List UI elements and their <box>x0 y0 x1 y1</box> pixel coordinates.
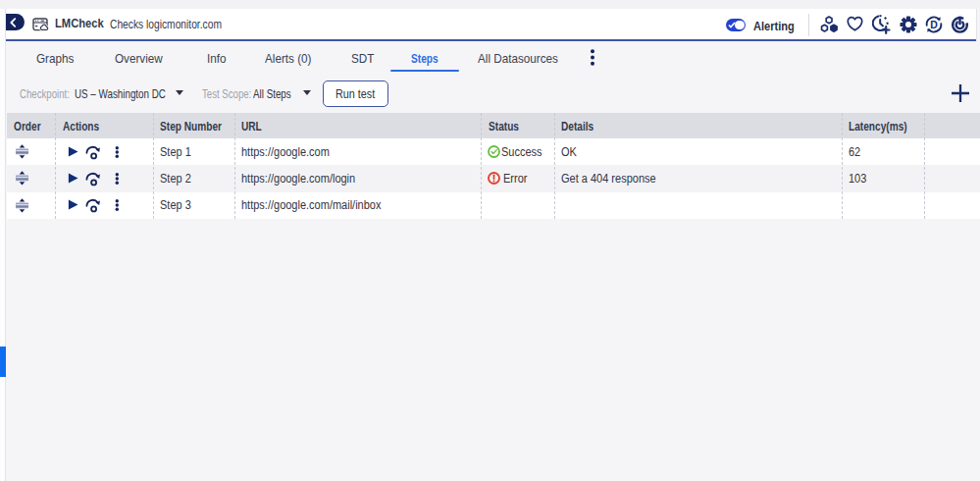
svg-text:D: D <box>930 19 938 30</box>
